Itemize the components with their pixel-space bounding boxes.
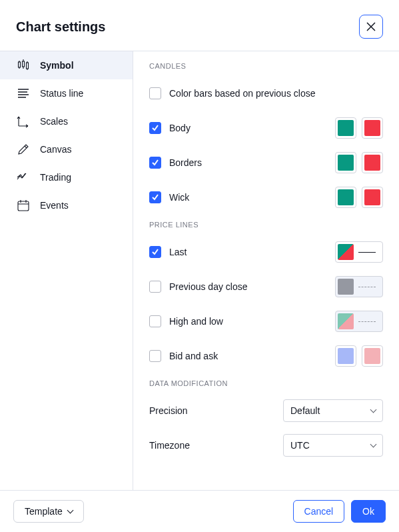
cancel-button-label: Cancel <box>304 506 334 517</box>
sidebar-item-symbol[interactable]: Symbol <box>0 51 133 79</box>
checkbox-prev-close[interactable] <box>149 281 161 293</box>
label-timezone: Timezone <box>149 440 190 451</box>
label-precision: Precision <box>149 405 188 416</box>
row-color-on-prev-close: Color bars based on previous close <box>149 82 383 105</box>
dialog-title: Chart settings <box>16 19 105 35</box>
row-body: Body <box>149 117 383 139</box>
checkbox-high-low[interactable] <box>149 315 161 327</box>
svg-rect-3 <box>18 201 29 211</box>
template-button[interactable]: Template <box>13 500 84 523</box>
prev-close-line-style[interactable] <box>335 276 383 297</box>
label-color-on-prev-close: Color bars based on previous close <box>169 88 315 99</box>
ok-button-label: Ok <box>362 506 374 517</box>
scales-icon <box>16 114 31 129</box>
svg-rect-1 <box>23 61 25 67</box>
row-prev-close: Previous day close <box>149 275 383 298</box>
sidebar-item-status-line[interactable]: Status line <box>0 79 133 107</box>
last-line-style[interactable] <box>335 241 383 263</box>
close-icon <box>366 21 376 32</box>
select-timezone-value: UTC <box>290 440 310 451</box>
label-last: Last <box>169 247 187 257</box>
sidebar-item-canvas[interactable]: Canvas <box>0 135 133 163</box>
sidebar-item-events[interactable]: Events <box>0 191 133 219</box>
select-precision-value: Default <box>290 405 320 416</box>
borders-up-color[interactable] <box>335 152 356 173</box>
checkbox-last[interactable] <box>149 246 161 258</box>
row-wick: Wick <box>149 186 383 209</box>
section-data-mod-title: DATA MODIFICATION <box>149 379 383 387</box>
sidebar-item-label: Events <box>40 200 69 211</box>
status-line-icon <box>16 86 31 101</box>
svg-rect-2 <box>27 63 29 69</box>
row-precision: Precision Default <box>149 399 383 422</box>
calendar-icon <box>16 198 31 213</box>
label-high-low: High and low <box>169 316 223 327</box>
row-last: Last <box>149 241 383 263</box>
label-bid-ask: Bid and ask <box>169 351 218 361</box>
trading-icon <box>16 170 31 185</box>
row-timezone: Timezone UTC <box>149 434 383 457</box>
svg-rect-0 <box>19 62 21 67</box>
label-borders: Borders <box>169 157 202 168</box>
candles-icon <box>16 58 31 73</box>
row-high-low: High and low <box>149 310 383 333</box>
sidebar-item-scales[interactable]: Scales <box>0 107 133 135</box>
sidebar-item-label: Scales <box>40 116 68 127</box>
label-prev-close: Previous day close <box>169 281 248 292</box>
settings-content: CANDLES Color bars based on previous clo… <box>133 51 399 490</box>
sidebar: Symbol Status line Scales <box>0 51 133 490</box>
sidebar-item-trading[interactable]: Trading <box>0 163 133 191</box>
bid-color[interactable] <box>335 345 356 367</box>
ask-color[interactable] <box>362 345 383 367</box>
checkbox-color-on-prev-close[interactable] <box>149 87 161 99</box>
checkbox-wick[interactable] <box>149 191 161 203</box>
dialog-body: Symbol Status line Scales <box>0 51 399 491</box>
checkbox-bid-ask[interactable] <box>149 350 161 362</box>
sidebar-item-label: Canvas <box>40 144 71 155</box>
sidebar-item-label: Status line <box>40 88 83 99</box>
body-up-color[interactable] <box>335 117 356 139</box>
select-precision[interactable]: Default <box>283 399 383 422</box>
sidebar-item-label: Trading <box>40 172 71 183</box>
select-timezone[interactable]: UTC <box>283 434 383 457</box>
chevron-down-icon <box>370 441 377 448</box>
row-bid-ask: Bid and ask <box>149 345 383 367</box>
checkbox-body[interactable] <box>149 122 161 134</box>
sidebar-item-label: Symbol <box>40 60 74 71</box>
pencil-icon <box>16 142 31 157</box>
row-borders: Borders <box>149 151 383 174</box>
label-wick: Wick <box>169 192 189 203</box>
cancel-button[interactable]: Cancel <box>293 500 345 523</box>
close-button[interactable] <box>359 15 383 39</box>
body-down-color[interactable] <box>362 117 383 139</box>
high-low-line-style[interactable] <box>335 311 383 332</box>
chart-settings-dialog: Chart settings Symbol <box>0 0 399 532</box>
wick-down-color[interactable] <box>362 187 383 208</box>
ok-button[interactable]: Ok <box>351 500 386 523</box>
section-price-lines-title: PRICE LINES <box>149 221 383 229</box>
chevron-down-icon <box>370 407 377 413</box>
chevron-down-icon <box>67 507 73 514</box>
borders-down-color[interactable] <box>362 152 383 173</box>
wick-up-color[interactable] <box>335 187 356 208</box>
label-body: Body <box>169 123 191 133</box>
template-button-label: Template <box>25 506 63 517</box>
section-candles-title: CANDLES <box>149 62 383 70</box>
dialog-footer: Template Cancel Ok <box>0 491 399 532</box>
checkbox-borders[interactable] <box>149 157 161 169</box>
dialog-header: Chart settings <box>0 0 399 51</box>
